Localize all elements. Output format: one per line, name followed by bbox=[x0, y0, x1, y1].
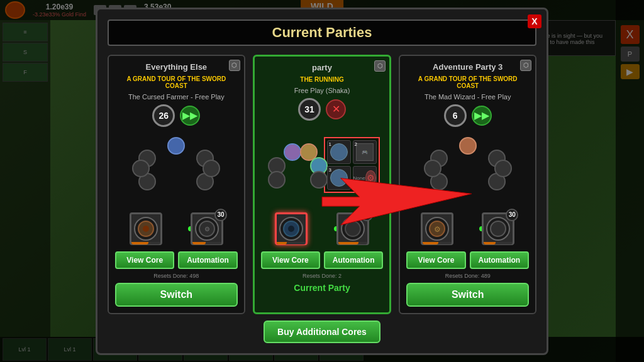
party-card-party: ⬡ party THE RUNNING Free Play (Shaka) 31… bbox=[253, 55, 392, 314]
hero-portrait-1 bbox=[285, 145, 300, 160]
party2-gear-bar2-fill bbox=[338, 242, 358, 244]
party3-slot-top bbox=[459, 137, 477, 155]
party-card-adventure3: ⬡ Adventure Party 3 A GRAND TOUR OF THE … bbox=[399, 55, 536, 314]
current-party-label: Current Party bbox=[261, 283, 384, 293]
party1-view-core-btn[interactable]: View Core bbox=[115, 251, 174, 269]
party3-hero-area bbox=[406, 131, 529, 206]
modal-close-button[interactable]: X bbox=[528, 14, 541, 28]
party1-automation-btn[interactable]: Automation bbox=[178, 251, 237, 269]
party2-gear-level: 50 bbox=[360, 209, 373, 221]
hero-cell-1-avatar bbox=[330, 143, 348, 161]
svg-point-9 bbox=[491, 221, 506, 236]
hero-cell-1: 1 bbox=[327, 140, 351, 164]
party3-btn-row: View Core Automation bbox=[406, 251, 529, 269]
party2-core-area: 50 bbox=[261, 210, 384, 248]
party1-slot-top bbox=[167, 137, 185, 155]
party1-options-icon[interactable]: ⬡ bbox=[229, 60, 240, 71]
party3-options-icon[interactable]: ⬡ bbox=[520, 60, 531, 71]
party1-gear-inner-right: ⚙ bbox=[195, 217, 219, 241]
party1-gear-level: 30 bbox=[214, 209, 227, 221]
party3-gear-level: 30 bbox=[506, 209, 518, 221]
svg-text:⚙: ⚙ bbox=[204, 226, 209, 233]
party3-automation-btn[interactable]: Automation bbox=[470, 251, 529, 269]
party1-subtitle: A GRAND TOUR OF THE SWORD COAST bbox=[115, 75, 238, 89]
party2-level-row: 31 ✕ bbox=[261, 98, 384, 121]
party1-gear-bg-left bbox=[130, 212, 162, 245]
party3-gear-inner-right bbox=[486, 217, 510, 241]
party3-gear-bar2 bbox=[484, 242, 513, 244]
party2-gear-svg-right bbox=[343, 219, 363, 239]
party1-resets: Resets Done: 498 bbox=[115, 273, 238, 279]
gear-svg-2: ⚙ bbox=[197, 219, 217, 239]
party1-switch-btn[interactable]: Switch bbox=[115, 283, 238, 307]
party1-core-area: ⚙ 30 bbox=[115, 210, 238, 248]
party3-core-area: ⚙ bbox=[406, 210, 529, 248]
party2-hero-area: 1 2 🎮 3 Non bbox=[261, 124, 384, 206]
hero-cell-3-avatar bbox=[330, 169, 348, 187]
party3-title: Adventure Party 3 bbox=[406, 62, 529, 72]
modal-title: Current Parties bbox=[108, 19, 536, 46]
party3-status-icon: ▶▶ bbox=[472, 106, 492, 126]
party1-slot-ml bbox=[132, 160, 150, 177]
party2-formation-area: 1 2 🎮 3 Non bbox=[265, 137, 380, 193]
party3-slot-mr bbox=[494, 160, 512, 177]
party1-formation bbox=[132, 134, 220, 203]
party3-subtitle: A GRAND TOUR OF THE SWORD COAST bbox=[406, 75, 529, 89]
party3-core-gear-left: ⚙ bbox=[421, 212, 453, 245]
party2-status-icon: ✕ bbox=[326, 99, 346, 119]
svg-text:⚙: ⚙ bbox=[434, 225, 441, 234]
party3-mode: The Mad Wizard - Free Play bbox=[406, 93, 529, 101]
party3-resets: Resets Done: 489 bbox=[406, 273, 529, 279]
party2-gear-svg bbox=[281, 219, 301, 239]
party2-options-icon[interactable]: ⬡ bbox=[374, 60, 386, 72]
party1-gear-bar bbox=[131, 242, 160, 244]
party3-gear-bar2-fill bbox=[484, 242, 495, 244]
party1-hero-area bbox=[115, 131, 238, 206]
party3-gear-bg-left: ⚙ bbox=[421, 212, 453, 245]
party3-switch-btn[interactable]: Switch bbox=[406, 283, 529, 307]
party2-slot1 bbox=[284, 143, 301, 161]
party1-core-gear-right: ⚙ 30 bbox=[191, 212, 223, 245]
hero-portrait-2 bbox=[301, 145, 316, 160]
party2-view-core-btn[interactable]: View Core bbox=[261, 251, 320, 269]
party2-formation bbox=[265, 143, 321, 187]
party1-title: Everything Else bbox=[115, 62, 238, 72]
party2-gear-bg-left-highlighted bbox=[275, 212, 308, 245]
party2-gear-bar bbox=[277, 242, 306, 244]
party2-slot6 bbox=[310, 171, 328, 189]
party3-gear-svg: ⚙ bbox=[427, 219, 447, 239]
party2-gear-inner-right bbox=[341, 217, 365, 241]
party1-gear-inner-left bbox=[134, 217, 158, 241]
party2-automation-btn[interactable]: Automation bbox=[324, 251, 383, 269]
party2-level-badge: 31 bbox=[298, 98, 321, 121]
party1-status-icon: ▶▶ bbox=[180, 106, 200, 126]
party3-level-row: 6 ▶▶ bbox=[406, 104, 529, 127]
party1-mode: The Cursed Farmer - Free Play bbox=[115, 93, 238, 101]
buy-additional-cores-btn[interactable]: Buy Additional Cores bbox=[264, 321, 380, 343]
party-card-everything-else: ⬡ Everything Else A GRAND TOUR OF THE SW… bbox=[108, 55, 245, 314]
party2-btn-row: View Core Automation bbox=[261, 251, 384, 269]
party3-view-core-btn[interactable]: View Core bbox=[406, 251, 465, 269]
party1-level-badge: 26 bbox=[152, 104, 175, 127]
party1-slot-mr bbox=[203, 160, 220, 177]
party2-gear-bar-fill bbox=[277, 242, 287, 244]
current-parties-modal: Current Parties X ⬡ Everything Else A GR… bbox=[96, 8, 548, 355]
party1-gear-bar-fill bbox=[131, 242, 149, 244]
party2-resets: Resets Done: 2 bbox=[261, 273, 384, 279]
party2-title: party bbox=[261, 63, 384, 72]
gear-svg-1 bbox=[136, 219, 156, 239]
svg-point-6 bbox=[345, 221, 360, 236]
party1-btn-row: View Core Automation bbox=[115, 251, 238, 269]
svg-point-5 bbox=[288, 226, 294, 232]
hero-cell-2: 2 🎮 bbox=[353, 140, 377, 164]
party2-gear-bar2 bbox=[338, 242, 367, 244]
party1-core-gear-left bbox=[130, 212, 162, 245]
party1-gear-bar2-fill bbox=[192, 242, 206, 244]
party3-gear-bar bbox=[423, 242, 452, 244]
party2-slot5 bbox=[268, 171, 286, 189]
party3-gear-inner-left: ⚙ bbox=[425, 217, 449, 241]
hero-cell-2-content: 🎮 bbox=[356, 143, 374, 161]
svg-point-1 bbox=[143, 226, 149, 232]
party2-subtitle: THE RUNNING bbox=[261, 76, 384, 83]
party2-gear-inner-left bbox=[279, 217, 303, 241]
